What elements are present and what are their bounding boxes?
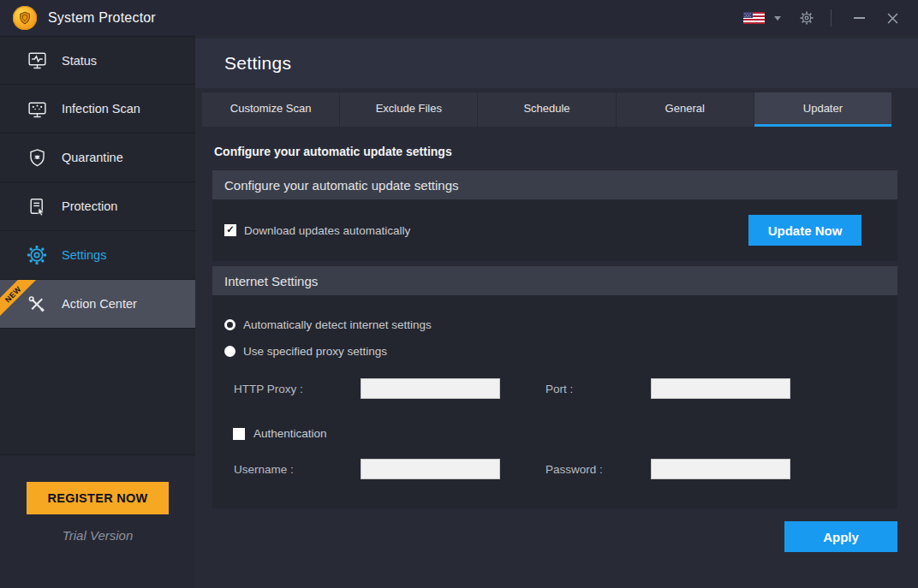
sidebar-item-action-center[interactable]: NEW Action Center [0, 280, 195, 329]
main-panel: Settings Customize Scan Exclude Files Sc… [195, 36, 918, 588]
sidebar-footer: REGISTER NOW Trial Version [0, 454, 195, 588]
authentication-row: Authentication [233, 427, 897, 440]
sidebar-item-settings[interactable]: Settings [0, 231, 195, 280]
app-window: System Protector [0, 0, 918, 588]
titlebar: System Protector [0, 0, 918, 36]
authentication-label: Authentication [253, 427, 327, 440]
username-input[interactable] [361, 459, 500, 479]
tab-schedule[interactable]: Schedule [478, 92, 615, 127]
sidebar-item-protection[interactable]: Protection [0, 182, 195, 231]
internet-settings-body: Automatically detect internet settings U… [212, 295, 897, 508]
app-title: System Protector [48, 10, 156, 26]
tab-customize-scan[interactable]: Customize Scan [202, 92, 339, 127]
sidebar-item-label: Infection Scan [62, 102, 140, 116]
sidebar-item-status[interactable]: Status [0, 36, 195, 85]
port-input[interactable] [651, 378, 790, 399]
authentication-checkbox[interactable] [233, 428, 245, 440]
titlebar-divider [831, 9, 832, 27]
language-caret-icon[interactable] [774, 16, 781, 21]
settings-gear-icon [26, 244, 48, 266]
protection-document-icon [26, 196, 48, 217]
download-updates-row: Download updates automatically [224, 224, 410, 237]
minimize-button[interactable] [848, 7, 870, 29]
internet-settings-header: Internet Settings [212, 266, 897, 295]
sidebar-item-label: Action Center [62, 297, 137, 311]
infection-scan-icon [26, 98, 48, 120]
titlebar-controls [743, 7, 918, 29]
proxy-radio-row: Use specified proxy settings [224, 342, 897, 359]
download-updates-label: Download updates automatically [244, 224, 410, 237]
titlebar-settings-gear-icon[interactable] [799, 10, 814, 26]
proxy-radio[interactable] [224, 346, 235, 357]
proxy-port-row: HTTP Proxy : Port : [234, 378, 897, 399]
automatic-update-section: Configure your automatic update settings… [212, 170, 897, 261]
internet-settings-section: Internet Settings Automatically detect i… [212, 266, 897, 508]
quarantine-shield-icon [26, 147, 48, 169]
status-monitor-icon [26, 50, 48, 71]
settings-tabs: Customize Scan Exclude Files Schedule Ge… [202, 92, 891, 127]
trial-version-label: Trial Version [63, 528, 134, 543]
sidebar-item-infection-scan[interactable]: Infection Scan [0, 85, 195, 134]
update-now-button[interactable]: Update Now [748, 215, 861, 246]
sidebar-item-label: Protection [62, 199, 117, 213]
password-input[interactable] [651, 459, 790, 479]
username-password-row: Username : Password : [234, 459, 897, 479]
register-now-button[interactable]: REGISTER NOW [27, 482, 169, 514]
auto-detect-radio-row: Automatically detect internet settings [224, 316, 897, 333]
us-flag-icon[interactable] [743, 12, 765, 24]
password-label: Password : [545, 463, 651, 476]
auto-detect-radio[interactable] [224, 319, 235, 330]
auto-detect-label: Automatically detect internet settings [243, 318, 432, 331]
sidebar-item-label: Quarantine [62, 151, 123, 164]
automatic-update-section-header: Configure your automatic update settings [212, 170, 897, 199]
updater-content: Configure your automatic update settings… [195, 145, 918, 552]
sidebar-item-quarantine[interactable]: Quarantine [0, 134, 195, 182]
tab-exclude-files[interactable]: Exclude Files [340, 92, 477, 127]
shield-icon [18, 11, 32, 25]
apply-row: Apply [212, 521, 897, 552]
action-center-tools-icon [26, 294, 48, 315]
tab-updater[interactable]: Updater [754, 92, 891, 127]
sidebar-item-label: Status [62, 54, 97, 68]
sidebar: Status Infection Scan [0, 36, 195, 588]
page-title: Settings [224, 53, 291, 74]
sidebar-item-label: Settings [62, 248, 106, 262]
username-label: Username : [234, 463, 361, 476]
proxy-label: Use specified proxy settings [243, 345, 387, 358]
http-proxy-label: HTTP Proxy : [234, 383, 361, 395]
page-header: Settings [195, 39, 918, 88]
automatic-update-section-body: Download updates automatically Update No… [212, 199, 897, 261]
intro-heading: Configure your automatic update settings [214, 145, 897, 158]
download-updates-checkbox[interactable] [224, 224, 236, 236]
close-button[interactable] [881, 7, 903, 29]
tab-general[interactable]: General [617, 92, 754, 127]
app-logo-icon [13, 6, 37, 30]
apply-button[interactable]: Apply [784, 521, 897, 552]
port-label: Port : [545, 383, 651, 395]
http-proxy-input[interactable] [361, 378, 500, 399]
